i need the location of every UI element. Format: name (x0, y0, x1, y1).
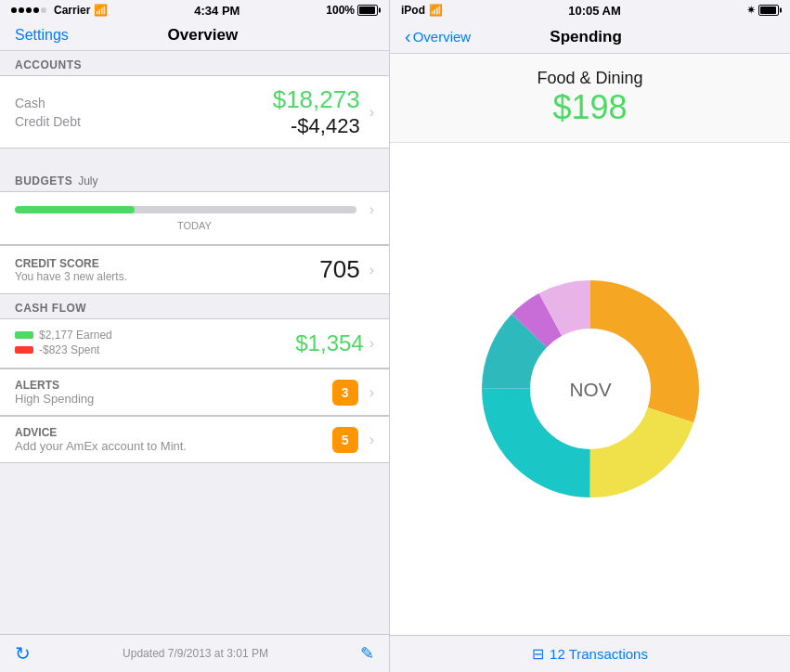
ipod-label: iPod (401, 4, 425, 17)
advice-section: ADVICE Add your AmEx account to Mint. 5 … (0, 416, 389, 463)
alerts-text: ALERTS High Spending (15, 379, 332, 406)
budgets-chevron: › (369, 201, 374, 218)
back-label: Overview (413, 29, 472, 45)
advice-header: ADVICE (15, 426, 332, 439)
cashflow-chevron: › (369, 335, 374, 352)
spending-title: Spending (550, 28, 621, 46)
chart-center-label: NOV (569, 379, 611, 400)
spent-amount: -$823 Spent (39, 343, 99, 356)
back-chevron-icon: ‹ (405, 26, 411, 47)
accounts-values: $18,273 -$4,423 (273, 85, 360, 138)
cashflow-labels: $2,177 Earned -$823 Spent (15, 329, 295, 358)
credit-label: Credit Debt (15, 114, 273, 129)
settings-button[interactable]: Settings (15, 27, 69, 44)
transactions-bar[interactable]: ⊟ 12 Transactions (390, 635, 790, 672)
credit-value: -$4,423 (291, 114, 360, 138)
accounts-labels: Cash Credit Debt (15, 96, 273, 129)
spending-amount: $198 (405, 88, 775, 127)
accounts-chevron: › (369, 104, 374, 121)
carrier-name: Carrier (54, 4, 90, 17)
cashflow-net-value: $1,354 (295, 330, 363, 356)
right-phone: iPod 📶 10:05 AM ✴ ‹ Overview Spending Fo… (390, 0, 790, 672)
cashflow-row[interactable]: $2,177 Earned -$823 Spent $1,354 › (0, 318, 389, 368)
updated-text: Updated 7/9/2013 at 3:01 PM (31, 647, 360, 660)
budgets-section: BUDGETS July › TODAY (0, 167, 389, 245)
today-label: TODAY (15, 218, 374, 235)
credit-chevron: › (369, 262, 374, 278)
nav-bar-left: Settings Overview (0, 20, 389, 51)
budgets-row[interactable]: › TODAY (0, 191, 389, 245)
left-phone: Carrier 📶 4:34 PM 100% Settings Overview… (0, 0, 390, 672)
transactions-text: 12 Transactions (550, 646, 648, 662)
advice-text: ADVICE Add your AmEx account to Mint. (15, 426, 332, 453)
pie-chart-container: NOV (390, 143, 790, 635)
status-bar-left: Carrier 📶 4:34 PM 100% (0, 0, 389, 20)
cash-label: Cash (15, 96, 273, 110)
edit-icon[interactable]: ✎ (360, 643, 374, 664)
advice-badge: 5 (332, 427, 358, 453)
wifi-icon: 📶 (94, 4, 108, 17)
refresh-icon[interactable]: ↻ (15, 642, 31, 665)
credit-score-section: CREDIT SCORE You have 3 new alerts. 705 … (0, 245, 389, 294)
advice-sub: Add your AmEx account to Mint. (15, 439, 332, 453)
alerts-sub: High Spending (15, 392, 332, 406)
signal-dots (11, 7, 46, 13)
cashflow-section: CASH FLOW $2,177 Earned -$823 Spent $1,3… (0, 294, 389, 368)
spent-dot (15, 346, 33, 354)
advice-chevron: › (369, 432, 374, 448)
progress-bar-track (15, 206, 356, 213)
cashflow-header: CASH FLOW (0, 294, 389, 318)
accounts-inner: Cash Credit Debt $18,273 -$4,423 › (0, 75, 389, 149)
alerts-section: ALERTS High Spending 3 › (0, 368, 389, 416)
advice-row[interactable]: ADVICE Add your AmEx account to Mint. 5 … (0, 416, 389, 463)
spending-category: Food & Dining (405, 69, 775, 88)
progress-bar-container: › (15, 201, 374, 218)
left-scroll-content: ACCOUNTS Cash Credit Debt $18,273 -$4,42… (0, 51, 389, 634)
transactions-icon: ⊟ (532, 645, 544, 663)
credit-header: CREDIT SCORE (15, 257, 319, 270)
credit-row[interactable]: CREDIT SCORE You have 3 new alerts. 705 … (0, 245, 389, 294)
alerts-header: ALERTS (15, 379, 332, 392)
accounts-section: ACCOUNTS Cash Credit Debt $18,273 -$4,42… (0, 51, 389, 149)
overview-title: Overview (168, 26, 239, 45)
time-left: 4:34 PM (194, 4, 240, 18)
progress-bar-fill (15, 206, 135, 213)
wifi-icon-right: 📶 (429, 4, 443, 17)
status-bar-right: iPod 📶 10:05 AM ✴ (390, 0, 790, 20)
alerts-row[interactable]: ALERTS High Spending 3 › (0, 368, 389, 416)
budgets-header: BUDGETS (15, 174, 72, 187)
earned-amount: $2,177 Earned (39, 329, 112, 342)
credit-score-value: 705 (319, 255, 359, 284)
footer-bar-left: ↻ Updated 7/9/2013 at 3:01 PM ✎ (0, 634, 389, 672)
credit-sub: You have 3 new alerts. (15, 270, 319, 283)
alerts-chevron: › (369, 384, 374, 401)
accounts-row[interactable]: Cash Credit Debt $18,273 -$4,423 › (0, 76, 389, 148)
battery-icon-right (758, 5, 779, 16)
budgets-month: July (78, 174, 97, 187)
cash-value: $18,273 (273, 85, 360, 114)
bluetooth-icon: ✴ (746, 4, 756, 17)
time-right: 10:05 AM (568, 4, 621, 18)
battery-icon (357, 5, 378, 16)
alerts-badge: 3 (332, 380, 358, 406)
cashflow-spent-row: -$823 Spent (15, 343, 295, 356)
nav-bar-right: ‹ Overview Spending (390, 20, 790, 54)
accounts-header: ACCOUNTS (0, 51, 389, 75)
back-button[interactable]: ‹ Overview (405, 26, 471, 47)
cashflow-earned-row: $2,177 Earned (15, 329, 295, 342)
battery-percent: 100% (326, 4, 355, 17)
earned-dot (15, 331, 33, 339)
donut-chart: NOV (470, 268, 711, 510)
spending-header: Food & Dining $198 (390, 54, 790, 143)
credit-text: CREDIT SCORE You have 3 new alerts. (15, 257, 319, 283)
